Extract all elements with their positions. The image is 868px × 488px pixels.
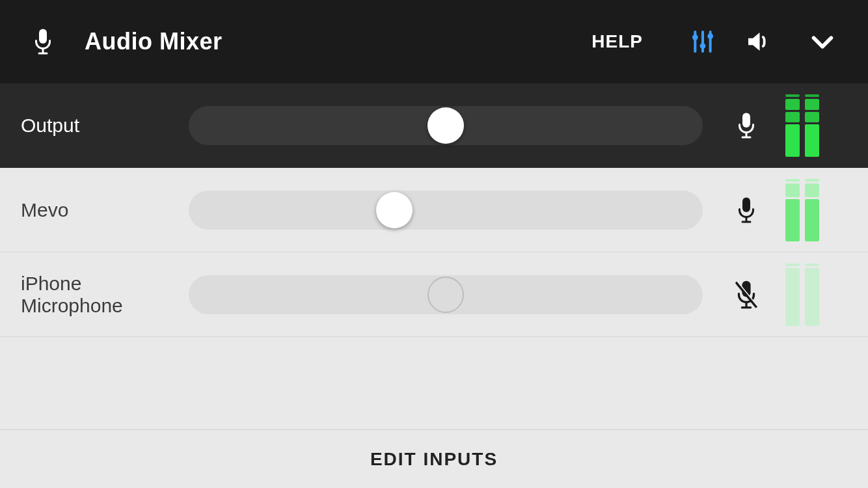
input-label: iPhone Microphone bbox=[21, 273, 189, 317]
microphone-icon bbox=[31, 27, 55, 56]
output-mute-button[interactable] bbox=[717, 111, 776, 140]
svg-point-6 bbox=[700, 43, 706, 49]
chevron-down-icon[interactable] bbox=[803, 22, 842, 61]
svg-point-4 bbox=[692, 34, 698, 40]
svg-rect-12 bbox=[742, 197, 750, 212]
svg-rect-0 bbox=[39, 29, 47, 44]
mixer-settings-button[interactable] bbox=[683, 22, 722, 61]
svg-point-8 bbox=[707, 33, 713, 39]
iphone-level-meter bbox=[782, 264, 822, 326]
iphone-slider-thumb[interactable] bbox=[427, 277, 464, 313]
output-label: Output bbox=[21, 115, 189, 137]
footer-bar: EDIT INPUTS bbox=[0, 429, 868, 488]
mevo-level-meter bbox=[782, 179, 822, 241]
output-volume-slider[interactable] bbox=[189, 106, 703, 145]
output-level-meter bbox=[782, 94, 822, 157]
input-row-mevo: Mevo bbox=[0, 168, 868, 252]
iphone-volume-slider[interactable] bbox=[189, 275, 703, 314]
edit-inputs-button[interactable]: EDIT INPUTS bbox=[370, 449, 498, 470]
header-bar: Audio Mixer HELP bbox=[0, 0, 868, 83]
mevo-volume-slider[interactable] bbox=[189, 191, 703, 230]
output-row: Output bbox=[0, 83, 868, 168]
svg-rect-9 bbox=[742, 113, 750, 128]
input-label: Mevo bbox=[21, 199, 189, 221]
speaker-button[interactable] bbox=[738, 22, 777, 61]
mevo-mute-button[interactable] bbox=[717, 196, 776, 224]
iphone-mute-button[interactable] bbox=[717, 280, 776, 310]
input-row-iphone: iPhone Microphone bbox=[0, 252, 868, 337]
help-button[interactable]: HELP bbox=[591, 31, 643, 52]
output-slider-thumb[interactable] bbox=[427, 107, 464, 144]
page-title: Audio Mixer bbox=[85, 28, 223, 55]
title-wrap: Audio Mixer bbox=[31, 27, 223, 56]
mevo-slider-thumb[interactable] bbox=[376, 192, 413, 228]
